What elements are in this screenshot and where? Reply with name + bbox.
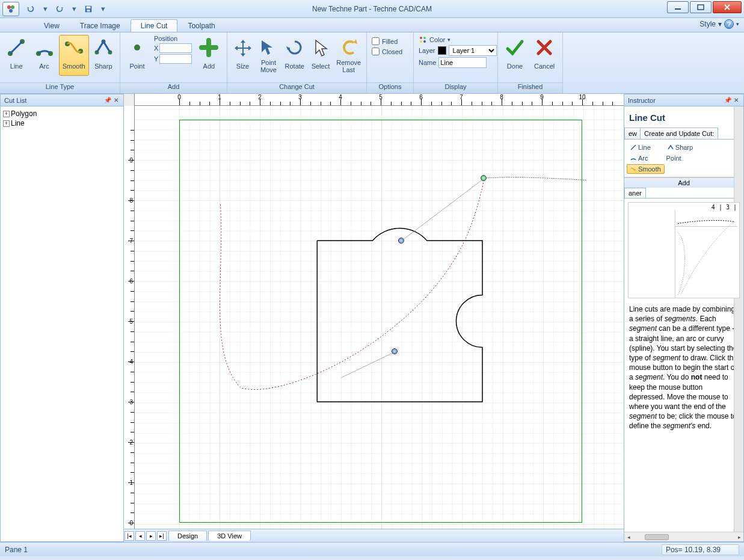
rotate-icon [285,38,304,57]
style-dropdown[interactable]: Style [699,20,716,28]
point-move-button[interactable]: Point Move [256,35,281,76]
group-label-display: Display [414,82,497,93]
point-button[interactable]: Point [123,35,151,76]
plus-icon [199,38,218,57]
nav-next[interactable]: ▸ [146,531,156,541]
filled-checkbox-row[interactable]: Filled [369,36,400,46]
close-button[interactable] [713,1,742,13]
color-picker-row[interactable]: Color▾ [416,35,453,45]
tab-view[interactable]: View [34,19,70,32]
y-input[interactable] [159,54,192,64]
sheet-tabs: |◂ ◂ ▸ ▸| Design 3D View [124,529,624,542]
svg-point-2 [9,9,13,13]
expand-icon[interactable]: + [3,111,10,117]
redo-button[interactable] [53,3,66,15]
ribbon-tabs: View Trace Image Line Cut Toolpath Style… [0,18,744,32]
control-handle[interactable] [398,238,404,244]
style-dropdown-arrow[interactable]: ▾ [718,20,722,28]
rotate-button[interactable]: Rotate [282,35,307,76]
panel-close-icon[interactable]: ✕ [112,97,120,104]
size-button[interactable]: Size [230,35,255,76]
layer-select[interactable]: Layer 1 [449,45,497,56]
mini-line[interactable]: Line [627,143,654,152]
x-label: X [154,45,158,52]
undo-button[interactable] [24,3,37,15]
svg-line-113 [631,145,636,150]
tab-line-cut[interactable]: Line Cut [131,19,178,32]
tree-item-polygon[interactable]: +Polygon [3,109,121,118]
done-button[interactable]: Done [501,35,529,76]
sharp-button[interactable]: Sharp [90,35,117,76]
svg-point-21 [420,40,422,43]
undo-dropdown[interactable]: ▾ [38,3,52,15]
instructor-text: Line cuts are made by combining a series… [624,302,743,433]
undo-arrow-icon [339,38,358,57]
statusbar: Pane 1 Pos= 10.19, 8.39 [0,542,744,556]
instr-tab-partial[interactable]: ew [624,128,641,139]
closed-checkbox[interactable] [372,48,380,55]
spline-endpoint[interactable] [481,175,487,181]
tab-trace-image[interactable]: Trace Image [70,19,131,32]
horizontal-scrollbar[interactable]: ◂▸ [624,532,743,541]
nav-prev[interactable]: ◂ [135,531,145,541]
tree-item-line[interactable]: +Line [3,118,121,128]
svg-point-19 [420,37,422,39]
tab-3dview[interactable]: 3D View [208,531,251,541]
instructor-panel: Instructor 📌✕ Line Cut ew Create and Upd… [624,94,744,542]
help-icon[interactable]: ? [724,19,734,29]
control-handle[interactable] [392,348,398,354]
cancel-button[interactable]: Cancel [530,35,559,76]
group-label-finished: Finished [498,82,562,93]
group-label-linetype: Line Type [0,82,120,93]
ruler-vertical: 0123456789 [124,106,135,529]
filled-label: Filled [382,38,398,45]
instr-tab2[interactable]: aner [624,188,646,198]
vertical-scrollbar[interactable] [734,106,743,532]
color-dropdown-arrow[interactable]: ▾ [447,37,450,43]
svg-point-22 [423,40,426,43]
expand-icon[interactable]: + [3,120,10,127]
x-input[interactable] [159,43,192,53]
instr-tab-create[interactable]: Create and Update Cut: [640,128,718,139]
smooth-button[interactable]: Smooth [59,35,89,76]
window-title: New Techne Part - Techne CAD/CAM [0,5,744,13]
tab-toolpath[interactable]: Toolpath [177,19,225,32]
canvas-area: 012345678910 0123456789 [124,94,624,542]
pin-icon[interactable]: 📌 [724,97,731,104]
save-button[interactable] [82,3,95,15]
add-button[interactable]: Add [195,35,223,76]
nav-first[interactable]: |◂ [125,531,134,541]
cutlist-tree[interactable]: +Polygon +Line [1,106,123,541]
remove-last-button[interactable]: Remove Last [334,35,363,76]
app-menu-button[interactable] [2,2,19,16]
instructor-thumbnail: 4 | 3 | [628,202,740,298]
qat-customize[interactable]: ▾ [96,3,109,15]
y-label: Y [154,55,158,63]
mini-sharp[interactable]: Sharp [664,143,696,152]
minimize-button[interactable] [667,1,689,13]
mini-point[interactable]: Point [663,153,685,163]
mini-smooth[interactable]: Smooth [627,164,665,174]
nav-last[interactable]: ▸| [157,531,167,541]
name-input[interactable] [438,57,487,68]
svg-rect-6 [675,8,681,10]
svg-rect-4 [87,6,91,8]
color-label: Color [429,36,445,43]
maximize-button[interactable] [690,1,712,13]
line-button[interactable]: Line [3,35,29,76]
help-dropdown-arrow[interactable]: ▾ [736,21,739,27]
drawing-canvas[interactable] [135,106,624,529]
redo-dropdown[interactable]: ▾ [67,3,81,15]
closed-checkbox-row[interactable]: Closed [369,46,405,57]
panel-close-icon[interactable]: ✕ [733,97,740,104]
select-button[interactable]: Select [308,35,333,76]
mini-arc[interactable]: Arc [627,153,652,163]
svg-line-10 [10,42,22,54]
pin-icon[interactable]: 📌 [104,97,111,104]
ruler-horizontal: 012345678910 [124,94,624,106]
svg-point-18 [134,45,140,51]
tab-design[interactable]: Design [168,531,207,541]
instructor-add-label: Add [624,177,743,188]
arc-button[interactable]: Arc [31,35,57,76]
filled-checkbox[interactable] [372,37,380,45]
